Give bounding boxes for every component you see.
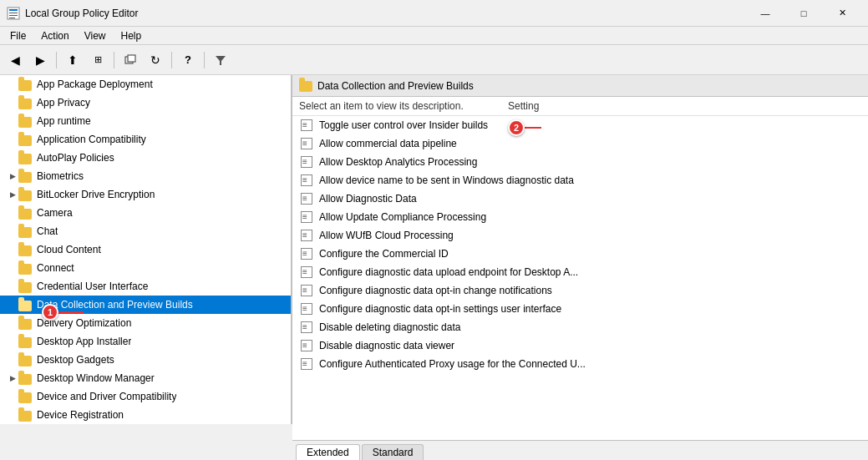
tree-item-cloud-content[interactable]: Cloud Content (0, 240, 291, 259)
expand-arrow: ▶ (7, 374, 18, 382)
policy-item-0[interactable]: Toggle user control over Insider builds (292, 116, 868, 134)
menu-file[interactable]: File (3, 28, 33, 43)
policy-item-11[interactable]: Disable deleting diagnostic data (292, 318, 868, 336)
right-pane: Data Collection and Preview Builds Selec… (292, 75, 868, 460)
folder-icon (18, 96, 33, 109)
policy-label: Configure diagnostic data upload endpoin… (319, 266, 578, 278)
policy-item-10[interactable]: Configure diagnostic data opt-in setting… (292, 300, 868, 318)
folder-icon (18, 206, 33, 220)
tree-item-app-package[interactable]: App Package Deployment (0, 75, 291, 94)
tree-item-connect[interactable]: Connect (0, 259, 291, 277)
svg-marker-7 (216, 56, 226, 65)
folder-icon (18, 372, 33, 385)
toolbar-separator-3 (171, 52, 172, 68)
tab-bar: Extended Standard (292, 440, 868, 460)
app-icon (7, 7, 20, 20)
policy-gpo-icon (299, 302, 314, 316)
tree-item-desktop-gadgets[interactable]: Desktop Gadgets (0, 351, 291, 369)
help-button[interactable]: ? (176, 48, 200, 72)
policy-item-1[interactable]: Allow commercial data pipeline (292, 134, 868, 153)
tree-item-chat[interactable]: Chat (0, 222, 291, 240)
folder-icon (18, 390, 33, 403)
policy-gpo-icon (299, 137, 314, 150)
policy-item-6[interactable]: Allow WUfB Cloud Processing (292, 226, 868, 245)
tree-item-app-runtime[interactable]: App runtime (0, 112, 291, 130)
menu-view[interactable]: View (78, 28, 113, 43)
toolbar: ◀ ▶ ⬆ ⊞ ↻ ? (0, 45, 868, 75)
policy-label: Allow Update Compliance Processing (319, 211, 486, 223)
policy-label: Disable diagnostic data viewer (319, 340, 454, 351)
tab-extended[interactable]: Extended (296, 444, 360, 460)
tree-item-biometrics[interactable]: ▶ Biometrics (0, 167, 291, 185)
tab-standard[interactable]: Standard (362, 444, 424, 460)
policy-label: Configure Authenticated Proxy usage for … (319, 358, 586, 370)
policy-gpo-icon (299, 321, 314, 334)
right-pane-title: Data Collection and Preview Builds (317, 80, 474, 92)
policy-label: Configure diagnostic data opt-in setting… (319, 303, 561, 315)
expand-arrow: ▶ (7, 172, 18, 180)
folder-icon (18, 225, 33, 238)
refresh-button[interactable]: ↻ (144, 48, 167, 72)
policy-item-9[interactable]: Configure diagnostic data opt-in change … (292, 281, 868, 300)
folder-icon (18, 243, 33, 256)
policy-item-12[interactable]: Disable diagnostic data viewer (292, 336, 868, 355)
forward-button[interactable]: ▶ (28, 48, 52, 72)
policy-list: 2 Toggle user control over Insider build… (292, 116, 868, 440)
tree-item-camera[interactable]: Camera (0, 204, 291, 222)
folder-icon (18, 151, 33, 164)
up-button[interactable]: ⬆ (61, 48, 84, 72)
policy-gpo-icon (299, 174, 314, 187)
expand-arrow: ▶ (7, 190, 18, 199)
policy-item-3[interactable]: Allow device name to be sent in Windows … (292, 171, 868, 190)
tree-item-data-collection[interactable]: Data Collection and Preview Builds (0, 296, 291, 314)
col-header-setting: Setting (508, 100, 861, 112)
policy-label: Configure the Commercial ID (319, 248, 449, 260)
tree-item-bitlocker[interactable]: ▶ BitLocker Drive Encryption (0, 185, 291, 204)
header-folder-icon (299, 79, 312, 92)
policy-gpo-icon (299, 155, 314, 169)
back-button[interactable]: ◀ (3, 48, 27, 72)
policy-item-13[interactable]: Configure Authenticated Proxy usage for … (292, 355, 868, 373)
minimize-button[interactable]: — (746, 0, 784, 27)
svg-rect-4 (9, 18, 15, 18)
col-header-description: Select an item to view its description. (299, 100, 508, 112)
policy-gpo-icon (299, 119, 314, 132)
filter-button[interactable] (209, 48, 232, 72)
tree-item-delivery-opt[interactable]: Delivery Optimization (0, 314, 291, 332)
policy-gpo-icon (299, 210, 314, 224)
policy-gpo-icon (299, 229, 314, 242)
tree-item-device-reg[interactable]: Device Registration (0, 406, 291, 424)
tree-item-desktop-window[interactable]: ▶ Desktop Window Manager (0, 369, 291, 387)
toolbar-separator-2 (114, 52, 114, 68)
policy-item-8[interactable]: Configure diagnostic data upload endpoin… (292, 263, 868, 281)
folder-icon (18, 408, 33, 422)
folder-icon (18, 169, 33, 183)
policy-item-4[interactable]: Allow Diagnostic Data (292, 190, 868, 208)
tree-item-credential-ui[interactable]: Credential User Interface (0, 277, 291, 296)
policy-label: Allow Desktop Analytics Processing (319, 156, 477, 168)
policy-item-7[interactable]: Configure the Commercial ID (292, 245, 868, 263)
svg-rect-3 (9, 15, 18, 16)
policy-gpo-icon (299, 284, 314, 297)
tree-pane: App Package Deployment App Privacy App r… (0, 75, 292, 424)
show-hide-button[interactable]: ⊞ (86, 48, 109, 72)
tree-item-app-privacy[interactable]: App Privacy (0, 94, 291, 112)
svg-rect-2 (9, 13, 18, 13)
new-window-button[interactable] (119, 48, 142, 72)
tree-item-autoplay[interactable]: AutoPlay Policies (0, 149, 291, 167)
title-bar-left: Local Group Policy Editor (7, 7, 138, 20)
policy-item-5[interactable]: Allow Update Compliance Processing (292, 208, 868, 226)
policy-label: Allow commercial data pipeline (319, 138, 457, 149)
policy-gpo-icon (299, 247, 314, 260)
policy-label: Allow Diagnostic Data (319, 193, 417, 205)
folder-icon (18, 353, 33, 366)
menu-action[interactable]: Action (34, 28, 75, 43)
tree-item-desktop-app[interactable]: Desktop App Installer (0, 332, 291, 351)
right-pane-wrapper: Data Collection and Preview Builds Selec… (292, 75, 868, 460)
tree-item-device-driver[interactable]: Device and Driver Compatibility (0, 387, 291, 406)
maximize-button[interactable]: □ (784, 0, 823, 27)
close-button[interactable]: ✕ (823, 0, 861, 27)
tree-item-app-compat[interactable]: Application Compatibility (0, 130, 291, 149)
policy-item-2[interactable]: Allow Desktop Analytics Processing (292, 153, 868, 171)
menu-help[interactable]: Help (114, 28, 149, 43)
